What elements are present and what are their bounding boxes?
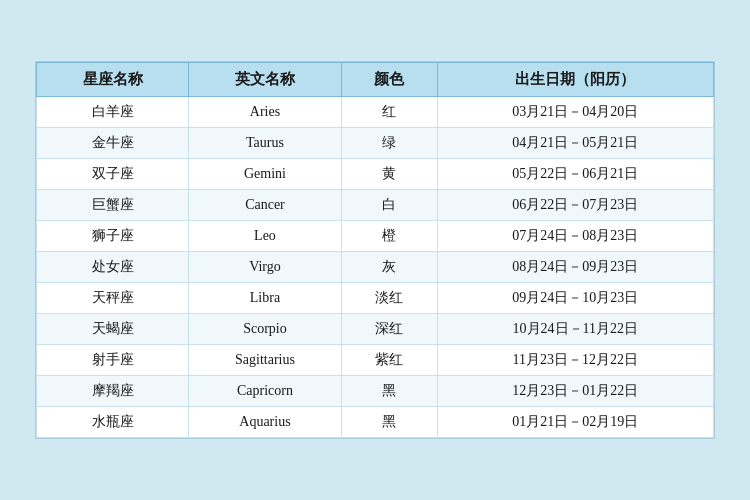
cell-dates: 11月23日－12月22日 [437,345,713,376]
cell-color: 橙 [341,221,437,252]
cell-color: 灰 [341,252,437,283]
cell-chinese: 巨蟹座 [37,190,189,221]
cell-chinese: 摩羯座 [37,376,189,407]
cell-english: Cancer [189,190,341,221]
cell-english: Aquarius [189,407,341,438]
table-row: 金牛座Taurus绿04月21日－05月21日 [37,128,714,159]
cell-color: 黑 [341,407,437,438]
cell-english: Libra [189,283,341,314]
cell-chinese: 天秤座 [37,283,189,314]
table-row: 天秤座Libra淡红09月24日－10月23日 [37,283,714,314]
table-row: 双子座Gemini黄05月22日－06月21日 [37,159,714,190]
cell-dates: 01月21日－02月19日 [437,407,713,438]
table-row: 射手座Sagittarius紫红11月23日－12月22日 [37,345,714,376]
col-header-chinese: 星座名称 [37,63,189,97]
cell-english: Scorpio [189,314,341,345]
cell-english: Capricorn [189,376,341,407]
cell-color: 绿 [341,128,437,159]
cell-chinese: 狮子座 [37,221,189,252]
cell-chinese: 水瓶座 [37,407,189,438]
cell-chinese: 天蝎座 [37,314,189,345]
cell-dates: 08月24日－09月23日 [437,252,713,283]
cell-chinese: 射手座 [37,345,189,376]
cell-chinese: 金牛座 [37,128,189,159]
cell-english: Sagittarius [189,345,341,376]
cell-dates: 09月24日－10月23日 [437,283,713,314]
table-row: 水瓶座Aquarius黑01月21日－02月19日 [37,407,714,438]
cell-dates: 06月22日－07月23日 [437,190,713,221]
col-header-dates: 出生日期（阳历） [437,63,713,97]
cell-color: 白 [341,190,437,221]
cell-color: 黄 [341,159,437,190]
cell-chinese: 白羊座 [37,97,189,128]
cell-english: Gemini [189,159,341,190]
cell-dates: 10月24日－11月22日 [437,314,713,345]
cell-dates: 03月21日－04月20日 [437,97,713,128]
cell-dates: 12月23日－01月22日 [437,376,713,407]
col-header-english: 英文名称 [189,63,341,97]
table-header-row: 星座名称 英文名称 颜色 出生日期（阳历） [37,63,714,97]
table-row: 处女座Virgo灰08月24日－09月23日 [37,252,714,283]
table-row: 狮子座Leo橙07月24日－08月23日 [37,221,714,252]
cell-dates: 04月21日－05月21日 [437,128,713,159]
cell-chinese: 处女座 [37,252,189,283]
cell-english: Aries [189,97,341,128]
cell-english: Leo [189,221,341,252]
col-header-color: 颜色 [341,63,437,97]
cell-english: Virgo [189,252,341,283]
cell-dates: 07月24日－08月23日 [437,221,713,252]
zodiac-table: 星座名称 英文名称 颜色 出生日期（阳历） 白羊座Aries红03月21日－04… [36,62,714,438]
table-row: 摩羯座Capricorn黑12月23日－01月22日 [37,376,714,407]
table-row: 巨蟹座Cancer白06月22日－07月23日 [37,190,714,221]
cell-color: 淡红 [341,283,437,314]
table-row: 天蝎座Scorpio深红10月24日－11月22日 [37,314,714,345]
cell-color: 红 [341,97,437,128]
table-row: 白羊座Aries红03月21日－04月20日 [37,97,714,128]
cell-chinese: 双子座 [37,159,189,190]
cell-english: Taurus [189,128,341,159]
table-body: 白羊座Aries红03月21日－04月20日金牛座Taurus绿04月21日－0… [37,97,714,438]
cell-color: 黑 [341,376,437,407]
cell-color: 深红 [341,314,437,345]
cell-color: 紫红 [341,345,437,376]
zodiac-table-container: 星座名称 英文名称 颜色 出生日期（阳历） 白羊座Aries红03月21日－04… [35,61,715,439]
cell-dates: 05月22日－06月21日 [437,159,713,190]
